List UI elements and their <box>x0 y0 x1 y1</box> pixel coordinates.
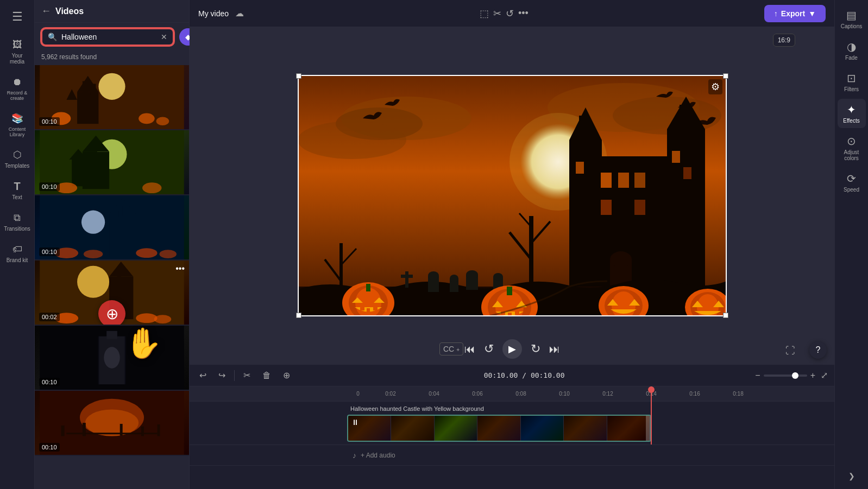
audio-track-row: ♪ + Add audio <box>190 445 834 466</box>
project-name[interactable]: My video <box>198 9 229 18</box>
search-input[interactable] <box>61 33 156 41</box>
more-options-button[interactable]: ••• <box>175 264 185 274</box>
svg-rect-119 <box>366 284 370 291</box>
svg-rect-101 <box>360 307 364 310</box>
export-button[interactable]: ↑ Export ▼ <box>764 5 826 22</box>
preview-area: ⚙ 16:9 CC + ⏮ ↺ ▶ ↻ ⏭ ⛶ ? <box>190 27 834 364</box>
crop-tool-button[interactable]: ⬚ <box>480 8 489 20</box>
clip-pause-icon: ⏸ <box>351 418 359 427</box>
delete-button[interactable]: 🗑 <box>259 369 274 383</box>
rotate-tool-button[interactable]: ↺ <box>506 8 514 20</box>
sidebar-item-speed[interactable]: ⟳ Speed <box>838 168 866 197</box>
zoom-slider-thumb[interactable] <box>792 372 798 379</box>
search-icon: 🔍 <box>48 33 57 41</box>
svg-point-44 <box>85 409 139 436</box>
fullscreen-button[interactable]: ⛶ <box>785 345 795 357</box>
sidebar-item-templates[interactable]: ⬡ Templates <box>2 144 33 173</box>
aspect-ratio-badge[interactable]: 16:9 <box>773 34 795 47</box>
clip-resize-handle-right[interactable] <box>646 416 650 441</box>
svg-point-8 <box>139 113 155 124</box>
svg-rect-71 <box>634 200 645 215</box>
sidebar-item-label: Filters <box>844 86 859 92</box>
preview-settings-icon[interactable]: ⚙ <box>708 79 722 94</box>
sidebar-item-content-library[interactable]: 📚 ContentLibrary <box>2 107 33 142</box>
list-item[interactable]: 00:10 <box>35 195 189 261</box>
play-pause-button[interactable]: ▶ <box>502 339 522 359</box>
sidebar-item-transitions[interactable]: ⧉ Transitions <box>2 207 33 236</box>
forward-5s-button[interactable]: ↻ <box>531 342 540 356</box>
sidebar-item-text[interactable]: T Text <box>2 175 33 205</box>
clear-search-icon[interactable]: ✕ <box>161 33 167 41</box>
timeline-clip[interactable]: ⏸ <box>347 415 651 442</box>
captions-icon: ▤ <box>846 9 857 22</box>
export-icon: ↑ <box>774 9 778 18</box>
playhead[interactable] <box>651 386 652 444</box>
search-box: 🔍 ✕ <box>41 28 174 46</box>
list-item[interactable]: 00:10 <box>35 326 189 391</box>
cut-button[interactable]: ✂ <box>240 368 254 383</box>
video-duration: 00:02 <box>39 313 60 321</box>
redo-button[interactable]: ↪ <box>215 368 229 383</box>
closed-captions-button[interactable]: CC + <box>439 342 463 355</box>
sidebar-item-brand-kit[interactable]: 🏷 Brand kit <box>2 238 33 268</box>
export-dropdown-icon: ▼ <box>808 9 816 18</box>
back-button[interactable]: ← <box>41 5 51 17</box>
svg-rect-22 <box>123 206 127 216</box>
transitions-icon: ⧉ <box>11 211 24 224</box>
fullscreen-icon: ⛶ <box>785 345 795 356</box>
left-navigation: ☰ 🖼 Your media ⏺ Record &create 📚 Conten… <box>0 0 35 489</box>
sidebar-item-label: Templates <box>5 163 30 169</box>
film-frame <box>564 416 607 441</box>
toolbar-separator <box>234 370 235 381</box>
svg-point-17 <box>142 182 161 193</box>
sidebar-item-record[interactable]: ⏺ Record &create <box>2 71 33 105</box>
sidebar-item-my-media[interactable]: 🖼 Your media <box>2 34 33 69</box>
add-audio-button[interactable]: + Add audio <box>361 452 395 459</box>
zoom-out-button[interactable]: − <box>755 371 760 380</box>
save-clip-button[interactable]: ⊕ <box>280 368 293 383</box>
playhead-head <box>648 386 655 393</box>
zoom-in-button[interactable]: + <box>810 371 815 380</box>
rewind-5s-button[interactable]: ↺ <box>484 342 494 356</box>
effects-icon: ✦ <box>847 103 856 116</box>
skip-to-start-button[interactable]: ⏮ <box>464 343 475 355</box>
sidebar-item-label: Your media <box>4 53 30 65</box>
more-tools-button[interactable]: ••• <box>518 8 529 19</box>
film-frame <box>435 416 477 441</box>
adjust-colors-icon: ⊙ <box>847 135 856 148</box>
sidebar-item-label: Captions <box>841 23 862 29</box>
sidebar-item-label: Adjust colors <box>840 149 864 161</box>
list-item[interactable]: 00:02 ••• ⊕ <box>35 261 189 326</box>
sidebar-item-captions[interactable]: ▤ Captions <box>838 4 866 34</box>
help-button[interactable]: ? <box>809 341 827 359</box>
ruler-mark: 0:16 <box>673 391 716 397</box>
skip-to-end-button[interactable]: ⏭ <box>549 343 560 355</box>
menu-icon[interactable]: ☰ <box>7 4 28 29</box>
trim-tool-button[interactable]: ✂ <box>493 8 501 20</box>
svg-rect-95 <box>401 275 413 278</box>
scroll-down-chevron[interactable]: ❯ <box>844 467 859 485</box>
film-frame <box>607 416 650 441</box>
video-duration: 00:10 <box>39 378 60 386</box>
sidebar-item-fade[interactable]: ◑ Fade <box>838 36 866 65</box>
list-item[interactable]: 00:10 <box>35 391 189 456</box>
svg-rect-102 <box>367 308 370 313</box>
cloud-save-icon[interactable]: ☁ <box>235 8 244 18</box>
undo-button[interactable]: ↩ <box>196 368 210 383</box>
list-item[interactable]: 00:10 <box>35 65 189 130</box>
sidebar-item-effects[interactable]: ✦ Effects <box>838 99 866 128</box>
video-duration: 00:10 <box>39 182 60 191</box>
expand-timeline-button[interactable]: ⤢ <box>821 370 828 380</box>
svg-point-89 <box>450 275 458 282</box>
svg-point-35 <box>154 315 171 323</box>
ruler-mark: 0:08 <box>499 391 543 397</box>
list-item[interactable]: 00:10 <box>35 130 189 195</box>
zoom-slider[interactable] <box>764 374 807 377</box>
svg-point-87 <box>428 271 439 280</box>
speed-icon: ⟳ <box>847 172 856 185</box>
svg-rect-32 <box>117 269 121 278</box>
svg-point-55 <box>613 97 721 135</box>
sidebar-item-filters[interactable]: ⊡ Filters <box>838 67 866 97</box>
svg-rect-69 <box>634 173 645 188</box>
sidebar-item-adjust-colors[interactable]: ⊙ Adjust colors <box>838 130 866 166</box>
